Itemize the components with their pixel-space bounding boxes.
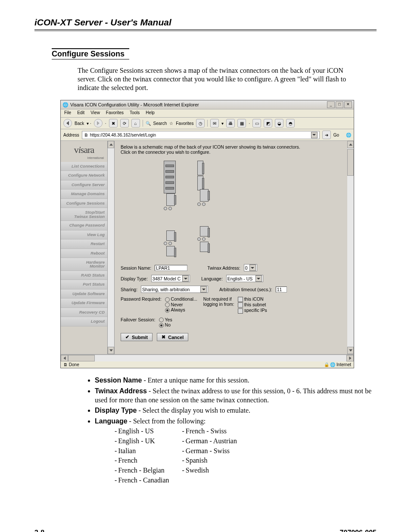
internet-zone-icon: 🌐 — [330, 362, 335, 367]
nav-recovery-cd[interactable]: Recovery CD — [61, 308, 107, 317]
minimize-button[interactable]: _ — [327, 101, 335, 108]
password-required-label: Password Required: — [121, 296, 162, 302]
connector-small-l2[interactable] — [164, 230, 175, 256]
nav-list-connections[interactable]: List Connections — [61, 162, 107, 171]
home-button[interactable]: ⌂ — [131, 119, 140, 128]
toolbar: Back▾ · · ✖ ⟳ ⌂ 🔍Search ☆Favorites ◷ ✉▾ … — [61, 118, 354, 129]
radio-never[interactable] — [165, 302, 170, 307]
bullet-language: Language - Select from the following: -E… — [95, 417, 377, 486]
done-icon: 🗎 — [63, 362, 68, 367]
nav-configure-sessions[interactable]: Configure Sessions — [61, 199, 107, 208]
search-icon[interactable]: 🔍 — [146, 121, 151, 126]
language-table: -English - US-French - Swiss -English - … — [114, 426, 250, 486]
radio-always[interactable] — [165, 308, 170, 313]
menu-favorites[interactable]: Favorites — [106, 110, 124, 116]
check-this-icon[interactable] — [238, 297, 243, 302]
nav-raid-status[interactable]: RAID Status — [61, 271, 107, 280]
back-button[interactable] — [63, 119, 72, 128]
lock-icon: 🔒 — [324, 362, 329, 367]
section-title: Configure Sessions — [52, 48, 129, 59]
nav-hardware-monitor[interactable]: HardwareMonitor — [61, 258, 107, 271]
arb-input[interactable]: 11 — [276, 286, 287, 292]
nav-port-status[interactable]: Port Status — [61, 280, 107, 289]
page-number: 3-8 — [34, 529, 44, 532]
failover-label: Failover Session: — [121, 317, 156, 322]
refresh-button[interactable]: ⟳ — [120, 119, 129, 128]
check-this-subnet[interactable] — [238, 302, 243, 308]
bullet-display-type: Display Type - Select the display you wi… — [95, 406, 377, 415]
nav-stop-start-twinax[interactable]: Stop/StartTwinax Session — [61, 208, 107, 221]
language-form-label: Language: — [201, 276, 223, 281]
mail-button[interactable]: ✉ — [210, 119, 219, 128]
connector-small-r1[interactable] — [197, 189, 209, 215]
visara-logo: visara — [61, 141, 107, 156]
edit-button[interactable]: ▦ — [237, 119, 246, 128]
connector-small-l1[interactable] — [164, 193, 175, 219]
maximize-button[interactable]: □ — [336, 101, 343, 108]
visara-subtitle: International — [61, 156, 107, 159]
nav-configure-server[interactable]: Configure Server — [61, 180, 107, 190]
stop-button[interactable]: ✖ — [109, 119, 118, 128]
sidebar-scrollbar[interactable] — [108, 141, 115, 354]
go-button[interactable]: ➜ — [322, 131, 331, 139]
main-panel: Below is a schematic map of the back of … — [115, 141, 347, 354]
favorites-label[interactable]: Favorites — [176, 121, 193, 126]
nav-logout[interactable]: Logout — [61, 317, 107, 326]
links-icon[interactable]: 🌐 — [346, 133, 351, 137]
check-specific-ips[interactable] — [238, 308, 243, 314]
nav-reboot[interactable]: Reboot — [61, 249, 107, 258]
close-button[interactable]: ✕ — [344, 101, 352, 108]
extra1-button[interactable]: ◩ — [264, 119, 272, 128]
menu-help[interactable]: Help — [146, 110, 155, 116]
history-button[interactable]: ◷ — [196, 119, 205, 128]
forward-button[interactable] — [94, 119, 103, 128]
radio-failover-no[interactable] — [159, 323, 164, 328]
nav-change-password[interactable]: Change Password — [61, 221, 107, 230]
submit-button[interactable]: ✔Submit — [121, 333, 153, 341]
print-button[interactable]: 🖶 — [226, 119, 235, 128]
radio-failover-yes[interactable] — [159, 317, 164, 322]
discuss-button[interactable]: ▭ — [252, 119, 261, 128]
address-value: https://204.48.36.162/servlet/Login — [90, 133, 156, 137]
status-bar: 🗎 Done 🔒 🌐 Internet — [61, 361, 354, 368]
nav-update-firmware[interactable]: Update Firmware — [61, 299, 107, 308]
menu-tools[interactable]: Tools — [130, 110, 140, 116]
page-header: iCON-XT Server - User's Manual — [34, 17, 377, 31]
connector-db-r1[interactable] — [197, 161, 209, 189]
sharing-select[interactable]: Sharing, with arbitration — [141, 286, 208, 293]
nav-manage-domains[interactable]: Manage Domains — [61, 190, 107, 199]
radio-conditional[interactable] — [165, 297, 170, 302]
nav-restart[interactable]: Restart — [61, 240, 107, 249]
session-name-input[interactable]: LPAR1 — [155, 265, 187, 271]
bullet-session-name: Session Name - Enter a unique name for t… — [95, 376, 377, 385]
twinax-addr-label: Twinax Address: — [207, 265, 240, 271]
language-select[interactable]: English - US — [226, 275, 263, 282]
nav-update-software[interactable]: Update Software — [61, 289, 107, 299]
nav-configure-network[interactable]: Configure Network — [61, 171, 107, 180]
menu-view[interactable]: View — [90, 110, 100, 116]
connector-small-r2[interactable] — [197, 226, 209, 252]
address-label: Address — [63, 133, 79, 137]
extra3-button[interactable]: ◓ — [286, 119, 295, 128]
cancel-button[interactable]: ✖Cancel — [157, 333, 188, 341]
status-done: Done — [69, 362, 79, 367]
menu-edit[interactable]: Edit — [77, 110, 84, 116]
favorites-icon[interactable]: ☆ — [169, 121, 173, 126]
back-label[interactable]: Back — [75, 121, 84, 126]
bottom-scrollbar[interactable] — [61, 355, 354, 361]
sharing-label: Sharing: — [121, 287, 137, 292]
address-dropdown[interactable] — [311, 132, 318, 138]
address-input[interactable]: 🗎 https://204.48.36.162/servlet/Login — [82, 131, 320, 139]
connector-big[interactable] — [164, 161, 176, 193]
ie-flag-icon — [342, 110, 350, 116]
nav-view-log[interactable]: View Log — [61, 230, 107, 240]
menu-file[interactable]: File — [64, 110, 71, 116]
go-label[interactable]: Go — [333, 133, 339, 137]
display-type-select[interactable]: 3487 Model C — [151, 275, 190, 282]
search-label[interactable]: Search — [153, 121, 167, 126]
panel-intro-1: Below is a schematic map of the back of … — [121, 144, 341, 149]
twinax-addr-select[interactable]: 0 — [244, 264, 257, 271]
address-bar: Address 🗎 https://204.48.36.162/servlet/… — [61, 129, 354, 141]
extra2-button[interactable]: ◒ — [275, 119, 283, 128]
main-scrollbar[interactable] — [347, 141, 354, 354]
